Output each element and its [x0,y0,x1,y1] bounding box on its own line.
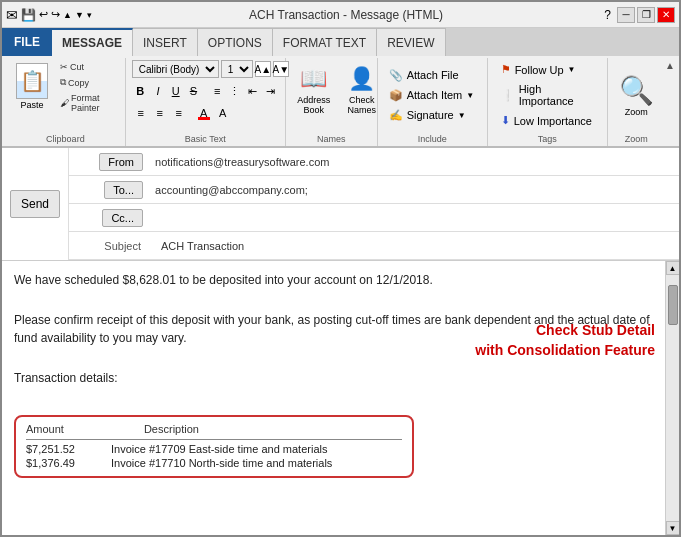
follow-up-button[interactable]: ⚑ Follow Up ▼ [494,60,601,79]
bullets-button[interactable]: ≡ [209,82,226,100]
tab-message[interactable]: MESSAGE [52,28,133,56]
tab-format-text[interactable]: FORMAT TEXT [273,28,377,56]
save-icon[interactable]: 💾 [21,8,36,22]
signature-icon: ✍ [389,109,403,122]
tab-review[interactable]: REVIEW [377,28,445,56]
low-importance-button[interactable]: ⬇ Low Importance [494,111,601,130]
paste-button[interactable]: 📋 Paste [12,60,52,113]
table-row: $1,376.49 Invoice #17710 North-side time… [26,456,402,470]
from-row: From notifications@treasurysoftware.com [69,148,679,176]
ribbon-collapse[interactable]: ▲ [665,58,675,146]
zoom-group: 🔍 Zoom Zoom [608,58,665,146]
subject-label: Subject [69,240,149,252]
down-arrow-icon[interactable]: ▼ [75,10,84,20]
close-button[interactable]: ✕ [657,7,675,23]
email-body[interactable]: We have scheduled $8,628.01 to be deposi… [2,261,679,488]
tx-desc-2: Invoice #17710 North-side time and mater… [111,457,332,469]
help-button[interactable]: ? [600,8,615,22]
scroll-down-button[interactable]: ▼ [666,521,680,535]
bold-button[interactable]: B [132,82,149,100]
font-color-button[interactable]: A [195,104,213,122]
attach-item-button[interactable]: 📦 Attach Item ▼ [384,86,481,105]
from-label-wrapper: From [69,153,149,171]
scrollbar[interactable]: ▲ ▼ [665,261,679,535]
font-size-select[interactable]: 11 [221,60,253,78]
minimize-button[interactable]: ─ [617,7,635,23]
scroll-thumb[interactable] [668,285,678,325]
flag-icon: ⚑ [501,63,511,76]
basic-text-group-label: Basic Text [126,134,285,144]
address-book-button[interactable]: 📖 AddressBook [292,60,336,118]
restore-button[interactable]: ❐ [637,7,655,23]
scroll-up-button[interactable]: ▲ [666,261,680,275]
underline-button[interactable]: U [167,82,184,100]
tab-options[interactable]: OPTIONS [198,28,273,56]
tab-file[interactable]: FILE [2,28,52,56]
include-group-label: Include [378,134,487,144]
format-row2: ≡ ≡ ≡ A A [132,104,279,122]
cut-button[interactable]: ✂ Cut [56,60,119,74]
numbered-list-button[interactable]: ⋮ [227,82,244,100]
attach-file-button[interactable]: 📎 Attach File [384,66,481,85]
cc-input[interactable] [149,209,679,227]
scroll-track[interactable] [666,275,680,521]
to-button[interactable]: To... [104,181,143,199]
compose-fields: From notifications@treasurysoftware.com … [69,148,679,260]
align-right-button[interactable]: ≡ [170,104,188,122]
cc-button[interactable]: Cc... [102,209,143,227]
cc-label-wrapper: Cc... [69,209,149,227]
tx-table: Amount Description $7,251.52 Invoice #17… [14,415,414,478]
subject-row: Subject [69,232,679,260]
table-row: $7,251.52 Invoice #17709 East-side time … [26,442,402,456]
from-button[interactable]: From [99,153,143,171]
increase-font-button[interactable]: A▲ [255,61,271,77]
include-group: 📎 Attach File 📦 Attach Item ▼ ✍ Signatur… [378,58,488,146]
col1-header: Amount [26,423,64,435]
font-name-select[interactable]: Calibri (Body) [132,60,219,78]
scissors-icon: ✂ [60,62,68,72]
increase-indent-button[interactable]: ⇥ [262,82,279,100]
main-window: ✉ 💾 ↩ ↪ ▲ ▼ ▾ ACH Transaction - Message … [0,0,681,537]
zoom-label: Zoom [625,107,648,117]
clipboard-sub: ✂ Cut ⧉ Copy 🖌 Format Painter [54,60,119,115]
address-book-icon: 📖 [298,63,330,95]
zoom-icon: 🔍 [619,74,654,107]
format-row: B I U S ≡ ⋮ ⇤ ⇥ [132,82,279,100]
names-group-label: Names [286,134,377,144]
format-painter-button[interactable]: 🖌 Format Painter [56,91,119,115]
body-paragraph1: We have scheduled $8,628.01 to be deposi… [14,271,667,289]
strikethrough-button[interactable]: S [185,82,202,100]
signature-button[interactable]: ✍ Signature ▼ [384,106,481,125]
to-input[interactable] [149,181,679,199]
send-button[interactable]: Send [10,190,60,218]
paste-icon: 📋 [16,63,48,99]
highlight-button[interactable]: A [214,104,232,122]
annotation-line2: with Consolidation Feature [475,341,655,361]
up-arrow-icon[interactable]: ▲ [63,10,72,20]
tags-group-label: Tags [488,134,607,144]
redo-icon[interactable]: ↪ [51,8,60,21]
high-importance-button[interactable]: ❕ High Importance [494,80,601,110]
format-painter-icon: 🖌 [60,98,69,108]
names-group: 📖 AddressBook 👤 CheckNames Names [286,58,378,146]
align-center-button[interactable]: ≡ [151,104,169,122]
tab-insert[interactable]: INSERT [133,28,198,56]
decrease-indent-button[interactable]: ⇤ [244,82,261,100]
undo-icon[interactable]: ↩ [39,8,48,21]
tx-amount-2: $1,376.49 [26,457,91,469]
clipboard-group-label: Clipboard [6,134,125,144]
low-importance-icon: ⬇ [501,114,510,127]
italic-button[interactable]: I [150,82,167,100]
subject-input[interactable] [155,237,679,255]
app-icon: ✉ [6,7,18,23]
zoom-button[interactable]: 🔍 Zoom [610,69,663,122]
copy-button[interactable]: ⧉ Copy [56,75,119,90]
align-left-button[interactable]: ≡ [132,104,150,122]
body-scroll-area: We have scheduled $8,628.01 to be deposi… [2,261,679,535]
attach-item-icon: 📦 [389,89,403,102]
subject-label-wrapper: Subject [69,240,155,252]
col2-header: Description [144,423,199,435]
tx-title: Transaction details: [14,369,667,387]
address-book-label: AddressBook [297,95,330,115]
attach-item-dropdown-icon: ▼ [466,91,474,100]
